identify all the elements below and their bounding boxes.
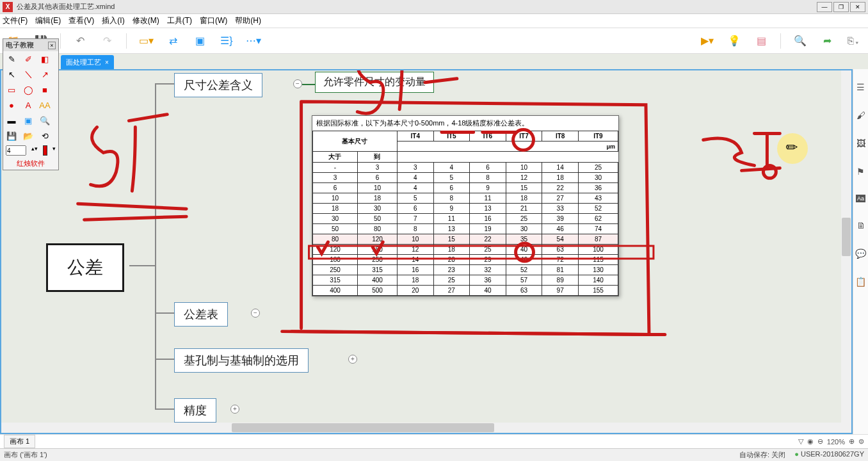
node-main-label: 公差 [67,257,103,277]
titlebar: X 公差及其他表面处理工艺.xmind — ❐ ✕ [0,0,868,14]
rect-icon[interactable]: ▭ [6,84,17,95]
menu-edit[interactable]: 编辑(E) [35,15,61,26]
menu-modify[interactable]: 修改(M) [133,15,159,26]
tolerance-table-image[interactable]: 根据国际标准，以下为基本尺寸0-500mm，4-18级精度标准公差表。 基本尺寸… [312,115,619,296]
menu-tools[interactable]: 工具(T) [167,15,192,26]
connector [155,408,174,410]
save-anno-icon[interactable]: 💾 [6,130,17,142]
status-left: 画布 ('画布 1') [4,450,47,460]
open-anno-icon[interactable]: 📂 [22,130,34,142]
summary-icon[interactable]: ☰} [219,33,234,49]
palette-close-icon[interactable]: × [48,42,56,49]
zoom-in-icon[interactable]: ⊕ [849,437,855,446]
connector [129,265,155,266]
screen-icon[interactable]: ▣ [22,115,34,126]
node-dimension-tolerance-desc[interactable]: 允许零件尺寸的变动量 [315,72,434,93]
settings-icon[interactable]: ⟲ [39,130,51,142]
close-window-button[interactable]: ✕ [850,2,865,12]
node-label: 基孔制与基轴制的选用 [184,354,299,367]
tolerance-table: 基本尺寸IT4IT5IT6IT7IT8IT9μm大于到-334610142536… [312,131,618,296]
node-hole-shaft[interactable]: 基孔制与基轴制的选用 [174,348,309,373]
connector [155,83,174,85]
zoom-out-icon[interactable]: ⊖ [817,437,823,446]
relationship-icon[interactable]: ⇄ [165,33,181,49]
ellipse-icon[interactable]: ◯ [22,84,34,95]
image-icon[interactable]: 🖼 [856,138,865,149]
marker-icon[interactable]: ⚑ [856,166,865,177]
format-icon[interactable]: 🖌 [856,110,865,120]
fillrect-icon[interactable]: ■ [39,84,51,95]
magnify-icon[interactable]: 🔍 [39,115,51,126]
line-icon[interactable]: ＼ [22,69,34,80]
canvas[interactable]: 公差 尺寸公差含义 − 允许零件尺寸的变动量 公差表 − 基孔制与基轴制的选用 … [0,69,853,434]
maximize-button[interactable]: ❐ [833,2,849,12]
highlighter-icon[interactable]: ✐ [22,53,34,65]
node-dimension-tolerance[interactable]: 尺寸公差含义 [174,73,262,97]
eraser-icon[interactable]: ◧ [39,53,51,65]
task-icon[interactable]: 📋 [855,277,866,287]
link-line [302,84,315,85]
minimize-button[interactable]: — [817,2,832,12]
redo-icon[interactable]: ↷ [99,33,115,49]
app-logo: X [3,2,13,12]
fit-icon[interactable]: ⊜ [858,437,864,446]
presentation-icon[interactable]: ▶▾ [700,33,715,49]
menu-file[interactable]: 文件(F) [3,15,28,26]
node-precision[interactable]: 精度 [174,398,216,423]
gantt-icon[interactable]: ▤ [753,33,769,49]
status-user: ● USER-20180627GY [794,450,864,460]
right-panel: ☰ 🖌 🖼 ⚑ Aa 🗎 💬 📋 [853,69,868,434]
expand-toggle[interactable]: − [293,79,302,88]
menu-insert[interactable]: 插入(I) [102,15,124,26]
topic-icon[interactable]: ▭▾ [138,33,154,49]
expand-toggle[interactable]: + [230,405,239,414]
pen-icon[interactable]: ✎ [6,53,17,65]
arrow-icon[interactable]: ↖ [6,69,17,80]
tab-close-icon[interactable]: × [105,59,109,66]
scrollbar-thumb[interactable] [232,423,494,432]
node-main[interactable]: 公差 [46,243,124,292]
palette-footer: 红烛软件 [3,158,58,170]
menu-help[interactable]: 帮助(H) [235,15,261,26]
horizontal-scrollbar[interactable] [1,423,841,433]
expand-toggle[interactable]: + [348,355,357,364]
text-tool-icon[interactable]: A [22,99,34,111]
menu-window[interactable]: 窗口(W) [200,15,227,26]
canvas-tab[interactable]: 画布 1 [4,435,35,448]
document-tabbar: 面处理工艺 × [0,54,868,69]
statusbar: 画布 ('画布 1') 自动保存: 关闭 ● USER-20180627GY [0,448,868,461]
stroke-size-input[interactable] [6,145,26,156]
vertical-scrollbar[interactable] [841,70,851,433]
outline-icon[interactable]: ☰ [856,82,865,92]
export-icon[interactable]: ⎘▾ [846,33,862,49]
notes-icon[interactable]: 🗎 [856,220,865,230]
window-title: 公差及其他表面处理工艺.xmind [17,2,817,12]
fillellipse-icon[interactable]: ● [6,99,17,111]
undo-icon[interactable]: ↶ [72,33,88,49]
zoom-level: 120% [827,438,845,446]
connector [155,83,156,410]
blackboard-icon[interactable]: ▬ [6,115,17,126]
menu-view[interactable]: 查看(V) [68,15,94,26]
idea-icon[interactable]: 💡 [727,33,742,49]
canvas-tabs: 画布 1 ▽ ◉ ⊖ 120% ⊕ ⊜ [0,434,868,448]
node-tolerance-table[interactable]: 公差表 [174,302,228,327]
comments-icon[interactable]: 💬 [855,248,866,259]
palette-title[interactable]: 电子教鞭 × [3,39,58,51]
text2-icon[interactable]: AA [39,99,51,111]
color-swatch[interactable] [43,145,47,156]
expand-toggle[interactable]: − [251,309,260,318]
search-icon[interactable]: 🔍 [792,33,808,49]
arrow2-icon[interactable]: ↗ [39,69,51,80]
share-icon[interactable]: ➦ [819,33,835,49]
pointer-palette[interactable]: 电子教鞭 × ✎ ✐ ◧ ↖ ＼ ↗ ▭ ◯ ■ ● A AA ▬ ▣ 🔍 💾 … [3,38,59,170]
eye-icon[interactable]: ◉ [807,437,814,446]
document-tab[interactable]: 面处理工艺 × [61,55,114,69]
more-icon[interactable]: ⋯▾ [246,33,261,49]
node-label: 允许零件尺寸的变动量 [323,76,426,87]
scrollbar-thumb[interactable] [842,218,851,256]
filter-icon[interactable]: ▽ [798,437,803,446]
boundary-icon[interactable]: ▣ [192,33,207,49]
text-icon[interactable]: Aa [856,195,865,202]
node-label: 公差表 [184,308,218,321]
